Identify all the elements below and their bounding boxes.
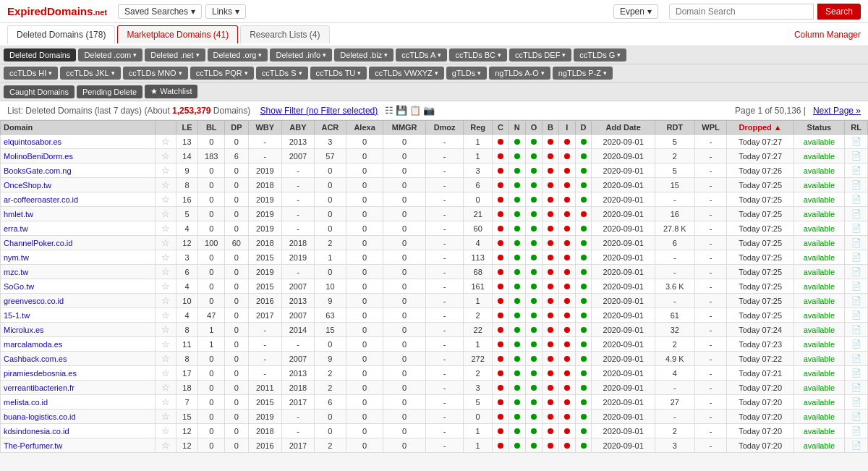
- domain-link[interactable]: Cashback.com.es: [4, 355, 67, 363]
- rl-cell[interactable]: 📄: [845, 178, 868, 192]
- th-wpl[interactable]: WPL: [694, 121, 727, 135]
- cctlds-jkl-dropdown[interactable]: ccTLDs JKL: [60, 67, 120, 80]
- rl-icon[interactable]: 📄: [851, 397, 861, 406]
- watchlist-button[interactable]: ★ Watchlist: [145, 85, 197, 98]
- star-icon[interactable]: ☆: [161, 324, 170, 335]
- domain-link[interactable]: ChannelPoker.co.id: [4, 239, 72, 247]
- filter-icon-3[interactable]: 📋: [409, 105, 421, 116]
- rl-cell[interactable]: 📄: [845, 265, 868, 279]
- cctlds-hi-dropdown[interactable]: ccTLDs HI: [4, 67, 58, 80]
- rl-icon[interactable]: 📄: [851, 166, 861, 174]
- rl-icon[interactable]: 📄: [851, 296, 861, 305]
- search-button[interactable]: Search: [817, 4, 861, 20]
- star-icon[interactable]: ☆: [161, 223, 170, 234]
- th-dmoz[interactable]: Dmoz: [426, 121, 464, 135]
- th-acr[interactable]: ACR: [314, 121, 346, 135]
- tab-deleted-domains[interactable]: Deleted Domains (178): [7, 25, 115, 44]
- th-o[interactable]: O: [525, 121, 542, 135]
- rl-cell[interactable]: 📄: [845, 352, 868, 366]
- filter-icon-4[interactable]: 📷: [423, 105, 435, 116]
- rl-cell[interactable]: 📄: [845, 395, 868, 410]
- domain-link[interactable]: MolinoBeniDorm.es: [4, 152, 73, 161]
- star-icon[interactable]: ☆: [161, 411, 170, 422]
- domain-link[interactable]: The-Perfumer.tw: [4, 441, 62, 450]
- links-button[interactable]: Links ▾: [205, 4, 246, 19]
- domain-link[interactable]: nym.tw: [4, 253, 29, 262]
- th-alexa[interactable]: Alexa: [346, 121, 383, 135]
- rl-cell[interactable]: 📄: [845, 381, 868, 395]
- domain-link[interactable]: verreantibacterien.fr: [4, 383, 75, 392]
- cctlds-def-dropdown[interactable]: ccTLDs DEF: [509, 48, 571, 61]
- deleted-org-dropdown[interactable]: Deleted .org: [208, 48, 268, 61]
- domain-link[interactable]: kdsindonesia.co.id: [4, 427, 69, 436]
- domain-link[interactable]: melista.co.id: [4, 398, 48, 407]
- domain-link[interactable]: marcalamoda.es: [4, 340, 62, 349]
- th-domain[interactable]: Domain: [1, 121, 156, 135]
- tab-marketplace-domains[interactable]: Marketplace Domains (41): [117, 25, 238, 43]
- rl-icon[interactable]: 📄: [851, 137, 861, 145]
- domain-link[interactable]: piramiesdebosnia.es: [4, 369, 77, 378]
- show-filter-link[interactable]: Show Filter (no Filter selected): [260, 106, 378, 116]
- rl-icon[interactable]: 📄: [851, 354, 861, 362]
- domain-link[interactable]: OnceShop.tw: [4, 181, 51, 190]
- cctlds-a-dropdown[interactable]: ccTLDs A: [396, 48, 447, 61]
- ngtlds-pz-dropdown[interactable]: ngTLDs P-Z: [553, 67, 613, 80]
- rl-icon[interactable]: 📄: [851, 310, 861, 319]
- cctlds-s-dropdown[interactable]: ccTLDs S: [256, 67, 308, 80]
- th-b[interactable]: B: [542, 121, 559, 135]
- star-icon[interactable]: ☆: [161, 353, 170, 364]
- th-le[interactable]: LE: [176, 121, 198, 135]
- th-bl[interactable]: BL: [198, 121, 225, 135]
- rl-icon[interactable]: 📄: [851, 151, 861, 160]
- caught-domains-button[interactable]: Caught Domains: [4, 85, 75, 98]
- rl-cell[interactable]: 📄: [845, 192, 868, 207]
- rl-cell[interactable]: 📄: [845, 207, 868, 221]
- rl-cell[interactable]: 📄: [845, 424, 868, 438]
- th-aby[interactable]: ABY: [282, 121, 315, 135]
- star-icon[interactable]: ☆: [161, 136, 170, 147]
- star-icon[interactable]: ☆: [161, 252, 170, 263]
- rl-icon[interactable]: 📄: [851, 325, 861, 334]
- rl-icon[interactable]: 📄: [851, 281, 861, 290]
- rl-cell[interactable]: 📄: [845, 410, 868, 424]
- rl-icon[interactable]: 📄: [851, 441, 861, 449]
- rl-cell[interactable]: 📄: [845, 149, 868, 164]
- search-input[interactable]: [669, 4, 814, 20]
- th-c[interactable]: C: [493, 121, 509, 135]
- star-icon[interactable]: ☆: [161, 295, 170, 306]
- deleted-biz-dropdown[interactable]: Deleted .biz: [334, 48, 393, 61]
- star-icon[interactable]: ☆: [161, 396, 170, 407]
- star-icon[interactable]: ☆: [161, 266, 170, 277]
- domain-link[interactable]: hmlet.tw: [4, 210, 33, 218]
- star-icon[interactable]: ☆: [161, 310, 170, 321]
- rl-icon[interactable]: 📄: [851, 267, 861, 276]
- star-icon[interactable]: ☆: [161, 382, 170, 393]
- filter-icon-2[interactable]: 💾: [396, 105, 407, 116]
- domain-link[interactable]: Microlux.es: [4, 326, 44, 334]
- cctlds-mno-dropdown[interactable]: ccTLDs MNO: [123, 67, 188, 80]
- th-dropped[interactable]: Dropped ▲: [727, 121, 793, 135]
- saved-searches-button[interactable]: Saved Searches ▾: [118, 4, 202, 19]
- rl-icon[interactable]: 📄: [851, 224, 861, 232]
- rl-cell[interactable]: 📄: [845, 308, 868, 323]
- domain-link[interactable]: mzc.tw: [4, 268, 28, 276]
- deleted-net-dropdown[interactable]: Deleted .net: [145, 48, 205, 61]
- domain-link[interactable]: 15-1.tw: [4, 311, 30, 320]
- star-icon[interactable]: ☆: [161, 194, 170, 205]
- th-dp[interactable]: DP: [225, 121, 249, 135]
- star-icon[interactable]: ☆: [161, 150, 170, 161]
- user-menu-button[interactable]: Evpen ▾: [613, 4, 658, 19]
- rl-cell[interactable]: 📄: [845, 337, 868, 352]
- star-icon[interactable]: ☆: [161, 440, 170, 451]
- rl-icon[interactable]: 📄: [851, 383, 861, 391]
- th-wby[interactable]: WBY: [248, 121, 281, 135]
- domain-link[interactable]: ar-coffeeroaster.co.id: [4, 195, 78, 204]
- star-icon[interactable]: ☆: [161, 179, 170, 190]
- cctlds-bc-dropdown[interactable]: ccTLDs BC: [449, 48, 507, 61]
- star-icon[interactable]: ☆: [161, 165, 170, 176]
- domain-link[interactable]: erra.tw: [4, 224, 28, 233]
- cctlds-g-dropdown[interactable]: ccTLDs G: [574, 48, 626, 61]
- deleted-info-dropdown[interactable]: Deleted .info: [270, 48, 332, 61]
- star-icon[interactable]: ☆: [161, 368, 170, 378]
- rl-icon[interactable]: 📄: [851, 195, 861, 203]
